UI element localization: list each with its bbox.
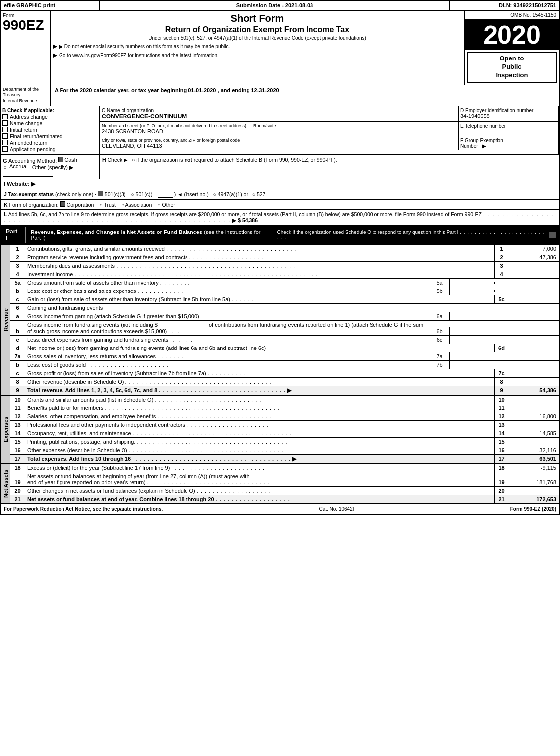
cash-checkbox[interactable] bbox=[58, 157, 63, 162]
dln: DLN: 93492215012751 bbox=[450, 1, 559, 10]
line18-desc: Excess or (deficit) for the year (Subtra… bbox=[25, 464, 495, 472]
line10-value bbox=[509, 399, 559, 401]
form-number: 990EZ bbox=[3, 18, 48, 32]
line5c-ref: 5c bbox=[495, 295, 509, 303]
line14-ref: 14 bbox=[495, 429, 509, 437]
line3-ref: 3 bbox=[495, 262, 509, 270]
line14-desc: Occupancy, rent, utilities, and maintena… bbox=[25, 429, 495, 437]
city-label: City or town, state or province, country… bbox=[102, 138, 457, 143]
line13-ref: 13 bbox=[495, 421, 509, 429]
501c3-checkbox[interactable] bbox=[98, 191, 103, 196]
footer-left: For Paperwork Reduction Act Notice, see … bbox=[4, 506, 163, 512]
other-label: Other (specify) ▶ bbox=[32, 164, 73, 170]
line18-num: 18 bbox=[10, 464, 25, 472]
line7c-value bbox=[509, 372, 559, 374]
name-change-row: Name change bbox=[2, 120, 98, 126]
line6d-ref: 6d bbox=[495, 344, 509, 352]
section-h-text: Check ▶ ○ if the organization is not req… bbox=[108, 157, 337, 163]
address-change-label: Address change bbox=[10, 114, 48, 120]
section-f-label: F Group ExemptionNumber ▶ bbox=[460, 138, 557, 149]
section-j-text: (check only one) · bbox=[55, 191, 98, 197]
section-c-label: C Name of organization bbox=[102, 108, 457, 113]
open-to-public: Open toPublicInspection bbox=[467, 52, 557, 83]
section-k-text: Form of organization: bbox=[9, 202, 60, 208]
section-k-label: K bbox=[4, 202, 8, 208]
initial-return-row: Initial return bbox=[2, 127, 98, 133]
address-change-row: Address change bbox=[2, 114, 98, 120]
line13-desc: Professional fees and other payments to … bbox=[25, 421, 495, 429]
line10-desc: Grants and similar amounts paid (list in… bbox=[25, 396, 495, 404]
name-change-checkbox[interactable] bbox=[2, 120, 8, 126]
street-label: Number and street (or P. O. box, if mail… bbox=[102, 123, 457, 128]
accounting-label: Accounting Method: bbox=[8, 157, 58, 163]
line8-num: 8 bbox=[10, 378, 25, 386]
line2-ref: 2 bbox=[495, 253, 509, 261]
net-assets-side-label: Net Assets bbox=[1, 464, 10, 503]
line16-desc: Other expenses (describe in Schedule O) … bbox=[25, 446, 495, 454]
line18-value: -9,115 bbox=[509, 464, 559, 472]
section-l-value: $ 54,386 bbox=[238, 217, 258, 223]
footer-middle: Cat. No. 10642I bbox=[319, 506, 354, 512]
line10-ref: 10 bbox=[495, 396, 509, 404]
submission-date: Submission Date - 2021-08-03 bbox=[100, 1, 450, 10]
final-return-checkbox[interactable] bbox=[2, 133, 8, 139]
line6a-num: a bbox=[10, 312, 25, 320]
section-l-text: Add lines 5b, 6c, and 7b to line 9 to de… bbox=[8, 211, 482, 217]
corp-checkbox[interactable] bbox=[60, 201, 65, 207]
line21-desc: Net assets or fund balances at end of ye… bbox=[25, 495, 495, 503]
omb-number: OMB No. 1545-1150 bbox=[465, 11, 559, 20]
corp-label: Corporation bbox=[67, 202, 94, 208]
line5a-value bbox=[450, 282, 495, 284]
address-change-checkbox[interactable] bbox=[2, 114, 8, 119]
section-d-label: D Employer identification number bbox=[460, 108, 557, 113]
line13-value bbox=[509, 424, 559, 426]
line13-num: 13 bbox=[10, 421, 25, 429]
line15-desc: Printing, publications, postage, and shi… bbox=[25, 438, 495, 446]
line6b-num: b bbox=[10, 327, 25, 335]
section-e-label: E Telephone number bbox=[460, 123, 557, 129]
year-badge: 2020 bbox=[465, 20, 559, 50]
line21-value: 172,653 bbox=[509, 495, 559, 503]
line6-desc: Gaming and fundraising events bbox=[25, 304, 495, 312]
footer-right: Form 990-EZ (2020) bbox=[510, 506, 556, 512]
line7c-ref: 7c bbox=[495, 369, 509, 377]
line5c-desc: Gain or (loss) from sale of assets other… bbox=[25, 295, 495, 303]
line10-num: 10 bbox=[10, 396, 25, 404]
amended-return-row: Amended return bbox=[2, 140, 98, 146]
application-pending-checkbox[interactable] bbox=[2, 146, 8, 152]
line8-value bbox=[509, 381, 559, 383]
line1-value: 7,000 bbox=[509, 245, 559, 253]
line21-ref: 21 bbox=[495, 495, 509, 503]
expenses-side-label: Expenses bbox=[1, 396, 10, 463]
line7b-desc: Less: cost of goods sold . . . . . . . .… bbox=[25, 361, 430, 369]
line5a-desc: Gross amount from sale of assets other t… bbox=[25, 279, 430, 287]
line16-num: 16 bbox=[10, 446, 25, 454]
line7a-desc: Gross sales of inventory, less returns a… bbox=[25, 352, 430, 360]
line11-ref: 11 bbox=[495, 404, 509, 412]
section-b-label: B Check if applicable: bbox=[2, 108, 98, 113]
line5b-desc: Less: cost or other basis and sales expe… bbox=[25, 287, 430, 295]
dept-label: Department of the TreasuryInternal Reven… bbox=[1, 85, 51, 106]
line9-value: 54,386 bbox=[509, 386, 559, 394]
arrow-icon-1: ▶ bbox=[53, 43, 57, 50]
line4-ref: 4 bbox=[495, 270, 509, 278]
accrual-checkbox[interactable]: ○ bbox=[3, 164, 8, 169]
line6-num: 6 bbox=[10, 304, 25, 312]
line16-ref: 16 bbox=[495, 446, 509, 454]
name-change-label: Name change bbox=[10, 120, 42, 126]
line11-num: 11 bbox=[10, 404, 25, 412]
initial-return-checkbox[interactable] bbox=[2, 127, 8, 132]
cash-label: Cash bbox=[64, 157, 77, 163]
line4-desc: Investment income . . . . . . . . . . . … bbox=[25, 270, 495, 278]
line9-ref: 9 bbox=[495, 386, 509, 394]
line5b-sub: 5b bbox=[430, 287, 450, 295]
line6c-num: c bbox=[10, 336, 25, 344]
line6a-sub: 6a bbox=[430, 312, 450, 320]
notice1: ▶ Do not enter social security numbers o… bbox=[59, 44, 230, 49]
line2-value: 47,386 bbox=[509, 253, 559, 261]
amended-return-checkbox[interactable] bbox=[2, 140, 8, 145]
line3-value bbox=[509, 265, 559, 267]
section-g-label: G bbox=[3, 157, 7, 163]
line1-ref: 1 bbox=[495, 245, 509, 253]
line20-ref: 20 bbox=[495, 487, 509, 495]
